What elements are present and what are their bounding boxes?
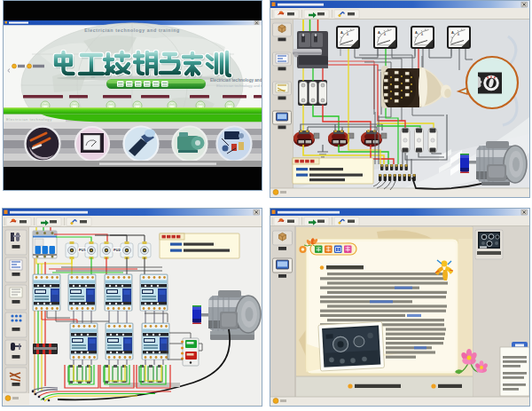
svg-text:Electrician technology and: Electrician technology and training	[216, 83, 262, 88]
svg-text:Electrician technology and tra: Electrician technology and training	[210, 78, 262, 83]
svg-text:FU1: FU1	[79, 248, 87, 252]
svg-text:Electrician technology and tra: Electrician technology and training	[84, 28, 179, 33]
svg-text:FU2: FU2	[113, 248, 121, 252]
svg-text:Electrician technology: Electrician technology	[6, 117, 52, 122]
svg-text:-cc: -cc	[90, 75, 95, 79]
